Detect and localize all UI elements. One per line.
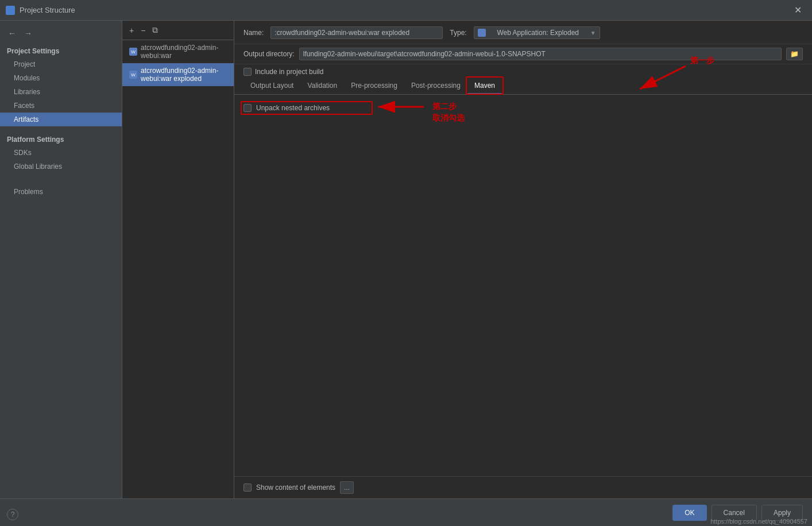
content-panel: Name: Type: Web Application: Exploded ▼ … — [234, 21, 812, 498]
browse-folder-button[interactable]: 📁 — [786, 48, 803, 60]
artifact-panel: + − ⧉ W atcrowdfunding02-admin-webui:war… — [122, 21, 234, 498]
close-button[interactable]: ✕ — [790, 2, 806, 18]
unpack-archives-label: Unpack nested archives — [256, 104, 330, 112]
add-artifact-button[interactable]: + — [127, 25, 136, 36]
name-input[interactable] — [270, 26, 443, 39]
project-structure-icon — [6, 6, 15, 15]
sidebar-item-problems[interactable]: Problems — [0, 185, 122, 199]
project-settings-title: Project Settings — [0, 44, 122, 57]
name-type-row: Name: Type: Web Application: Exploded ▼ — [234, 21, 812, 44]
artifact-toolbar: + − ⧉ — [122, 21, 234, 40]
sidebar-item-libraries[interactable]: Libraries — [0, 85, 122, 99]
tab-maven[interactable]: Maven — [467, 78, 502, 94]
dropdown-arrow-icon: ▼ — [590, 30, 596, 36]
back-button[interactable]: ← — [6, 28, 18, 39]
unpack-archives-checkbox[interactable] — [243, 104, 252, 112]
maven-content: Unpack nested archives 第二步 取消勾选 — [234, 95, 812, 476]
name-label: Name: — [243, 29, 264, 37]
tab-validation[interactable]: Validation — [300, 78, 344, 94]
info-text: https://blog.csdn.net/qq_40904557 — [706, 517, 812, 526]
artifact-item-war[interactable]: W atcrowdfunding02-admin-webui:war — [122, 40, 234, 63]
forward-button[interactable]: → — [22, 28, 34, 39]
show-content-checkbox[interactable] — [243, 484, 252, 492]
sidebar-item-sdks[interactable]: SDKs — [0, 146, 122, 160]
window-title: Project Structure — [20, 6, 75, 14]
sidebar: ← → Project Settings Project Modules Lib… — [0, 21, 122, 498]
tab-post-processing[interactable]: Post-processing — [404, 78, 467, 94]
title-bar: Project Structure ✕ — [0, 0, 812, 21]
type-label: Type: — [450, 29, 466, 37]
help-button[interactable]: ? — [7, 509, 18, 520]
bottom-bar: OK Cancel Apply https://blog.csdn.net/qq… — [0, 498, 812, 526]
copy-artifact-button[interactable]: ⧉ — [150, 24, 160, 36]
unpack-archives-row: Unpack nested archives — [243, 104, 803, 112]
type-icon — [478, 29, 486, 37]
show-content-label: Show content of elements — [256, 484, 335, 492]
output-dir-input[interactable] — [299, 48, 782, 60]
output-dir-label: Output directory: — [243, 50, 295, 58]
include-checkbox[interactable] — [243, 68, 252, 76]
tabs-row: Output Layout Validation Pre-processing … — [234, 78, 812, 95]
sidebar-item-facets[interactable]: Facets — [0, 99, 122, 113]
sidebar-item-global-libraries[interactable]: Global Libraries — [0, 160, 122, 173]
sidebar-nav: ← → — [0, 25, 122, 41]
tab-pre-processing[interactable]: Pre-processing — [344, 78, 404, 94]
artifact-war-exploded-icon: W — [129, 71, 137, 79]
remove-artifact-button[interactable]: − — [138, 25, 148, 36]
main-layout: ← → Project Settings Project Modules Lib… — [0, 21, 812, 498]
type-dropdown[interactable]: Web Application: Exploded ▼ — [474, 26, 600, 39]
output-dir-row: Output directory: 📁 — [234, 44, 812, 64]
show-content-button[interactable]: ... — [340, 481, 354, 494]
include-label: Include in project build — [255, 68, 323, 76]
sidebar-item-modules[interactable]: Modules — [0, 71, 122, 85]
step2-subtext: 取消勾选 — [432, 113, 465, 123]
artifact-war-icon: W — [129, 48, 137, 56]
ok-button[interactable]: OK — [672, 505, 706, 521]
artifact-item-war-exploded[interactable]: W atcrowdfunding02-admin-webui:war explo… — [122, 63, 234, 86]
sidebar-item-artifacts[interactable]: Artifacts — [0, 113, 122, 126]
title-bar-left: Project Structure — [6, 6, 75, 15]
show-content-row: Show content of elements ... — [234, 476, 812, 498]
sidebar-item-project[interactable]: Project — [0, 57, 122, 71]
tab-output-layout[interactable]: Output Layout — [243, 78, 300, 94]
platform-settings-title: Platform Settings — [0, 132, 122, 146]
include-row: Include in project build — [234, 64, 812, 78]
